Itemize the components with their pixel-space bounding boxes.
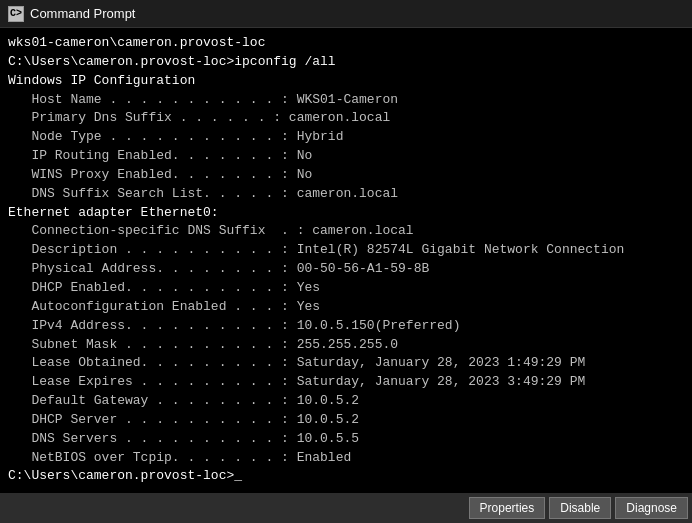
terminal-line: wks01-cameron\cameron.provost-loc — [8, 34, 684, 53]
taskbar-button-disable[interactable]: Disable — [549, 497, 611, 519]
terminal-line: Description . . . . . . . . . . : Intel(… — [8, 241, 684, 260]
terminal-line: C:\Users\cameron.provost-loc>ipconfig /a… — [8, 53, 684, 72]
terminal-line: Node Type . . . . . . . . . . . : Hybrid — [8, 128, 684, 147]
terminal-line: WINS Proxy Enabled. . . . . . . : No — [8, 166, 684, 185]
terminal-line: Lease Expires . . . . . . . . . : Saturd… — [8, 373, 684, 392]
terminal-line: Subnet Mask . . . . . . . . . . : 255.25… — [8, 336, 684, 355]
title-bar-title: Command Prompt — [30, 6, 684, 21]
terminal-body: wks01-cameron\cameron.provost-locC:\User… — [0, 28, 692, 493]
terminal-line: Autoconfiguration Enabled . . . : Yes — [8, 298, 684, 317]
taskbar-button-diagnose[interactable]: Diagnose — [615, 497, 688, 519]
taskbar-button-properties[interactable]: Properties — [469, 497, 546, 519]
terminal-line: IPv4 Address. . . . . . . . . . : 10.0.5… — [8, 317, 684, 336]
terminal-line: Lease Obtained. . . . . . . . . : Saturd… — [8, 354, 684, 373]
title-bar: C> Command Prompt — [0, 0, 692, 28]
terminal-line: DNS Servers . . . . . . . . . . : 10.0.5… — [8, 430, 684, 449]
terminal-line: Default Gateway . . . . . . . . : 10.0.5… — [8, 392, 684, 411]
taskbar: PropertiesDisableDiagnose — [0, 493, 692, 523]
terminal-line: DNS Suffix Search List. . . . . : camero… — [8, 185, 684, 204]
terminal-line: NetBIOS over Tcpip. . . . . . . : Enable… — [8, 449, 684, 468]
title-bar-icon: C> — [8, 6, 24, 22]
terminal-line: Connection-specific DNS Suffix . : camer… — [8, 222, 684, 241]
terminal-line: Physical Address. . . . . . . . : 00-50-… — [8, 260, 684, 279]
terminal-line: Host Name . . . . . . . . . . . : WKS01-… — [8, 91, 684, 110]
terminal-line: DHCP Server . . . . . . . . . . : 10.0.5… — [8, 411, 684, 430]
terminal-line: IP Routing Enabled. . . . . . . : No — [8, 147, 684, 166]
terminal-line: DHCP Enabled. . . . . . . . . . : Yes — [8, 279, 684, 298]
terminal-line: Windows IP Configuration — [8, 72, 684, 91]
terminal-line: Ethernet adapter Ethernet0: — [8, 204, 684, 223]
terminal-line: C:\Users\cameron.provost-loc>_ — [8, 467, 684, 486]
terminal-line: Primary Dns Suffix . . . . . . : cameron… — [8, 109, 684, 128]
